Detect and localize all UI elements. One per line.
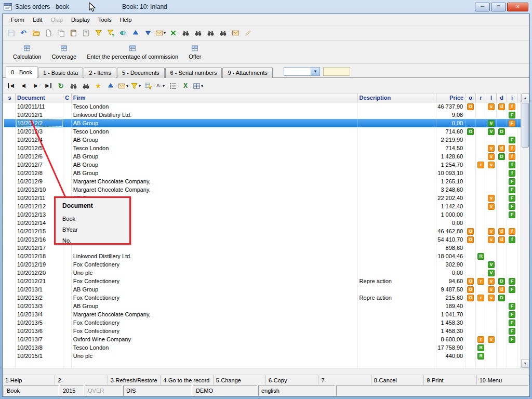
table-row[interactable]: 10/2015/1Uno plc440,00R bbox=[4, 352, 521, 360]
col-header-firm[interactable]: Firm bbox=[72, 94, 358, 102]
table-row[interactable]: 10/2012/20Uno plc0,00V bbox=[4, 269, 521, 277]
col-header-description[interactable]: Description bbox=[358, 94, 437, 102]
col-header-r[interactable]: r bbox=[476, 94, 486, 102]
table-row[interactable]: 10/2013/8Tesco London17 758,90R bbox=[4, 343, 521, 352]
col-header-l[interactable]: l bbox=[486, 94, 497, 102]
quick-search-field[interactable] bbox=[323, 67, 350, 76]
notes-button[interactable] bbox=[80, 28, 91, 38]
table-row[interactable]: 10/2012/5Tesco London714,50vdf bbox=[4, 144, 521, 152]
export-button[interactable] bbox=[167, 28, 179, 38]
last-record-button[interactable]: ▶ bbox=[43, 81, 54, 91]
columns-menu-button[interactable]: ▾ bbox=[192, 81, 204, 91]
tab-attachments[interactable]: 9 - Attachments bbox=[222, 68, 272, 78]
table-row[interactable]: 10/2012/18Linkwood Distillery Ltd.18 004… bbox=[4, 252, 521, 260]
copy-button[interactable] bbox=[55, 28, 66, 38]
record-combobox[interactable]: ▼ bbox=[284, 67, 320, 76]
table-row[interactable]: 10/2013/2Fox ConfectioneryRepre action21… bbox=[4, 294, 521, 302]
title-bar[interactable]: Sales orders - book Book: 10: Inland ─ □… bbox=[2, 0, 530, 14]
menu-display[interactable]: Display bbox=[67, 16, 94, 24]
undo-button[interactable]: ↶ bbox=[18, 28, 29, 38]
col-header-o[interactable]: o bbox=[466, 94, 476, 102]
table-row[interactable]: 10/2012/10Margaret Chocolate Company,3 2… bbox=[4, 185, 521, 194]
fn-key-6[interactable]: 6-Copy bbox=[266, 375, 318, 385]
maximize-button[interactable]: □ bbox=[491, 3, 506, 11]
new-document-button[interactable] bbox=[43, 28, 54, 38]
mail-menu-button[interactable]: ▾ bbox=[155, 28, 166, 38]
filter-menu-dropdown-caret[interactable]: ▾ bbox=[139, 84, 141, 88]
fn-key-4[interactable]: 4-Go to the record bbox=[161, 375, 213, 385]
find-related-button[interactable] bbox=[192, 28, 204, 38]
vertical-scrollbar[interactable]: ▲ ▼ bbox=[521, 94, 529, 368]
col-header-c[interactable]: C bbox=[63, 94, 72, 102]
excel-export-button[interactable]: X bbox=[180, 81, 191, 91]
tab-basic-data[interactable]: 1 - Basic data bbox=[38, 68, 83, 78]
move-down-button[interactable] bbox=[142, 28, 154, 38]
find-special-button[interactable] bbox=[217, 28, 229, 38]
filter-button[interactable] bbox=[92, 28, 104, 38]
scroll-up-icon[interactable]: ▲ bbox=[521, 94, 529, 102]
table-row[interactable]: 10/2012/19Fox Confectionery302,90V bbox=[4, 260, 521, 269]
refresh-button[interactable]: ↻ bbox=[55, 81, 66, 91]
next-record-button[interactable]: ▶ bbox=[30, 81, 42, 91]
menu-tools[interactable]: Tools bbox=[94, 16, 116, 24]
coverage-button[interactable]: Coverage bbox=[48, 44, 79, 61]
find-save-button[interactable] bbox=[80, 81, 91, 91]
chevron-down-icon[interactable]: ▼ bbox=[311, 68, 320, 75]
table-row[interactable]: 10/2012/9Margaret Chocolate Company,1 26… bbox=[4, 177, 521, 185]
filter-add-button[interactable] bbox=[105, 28, 116, 38]
table-row[interactable]: 10/2012/7AB Group1 254,70rvf bbox=[4, 161, 521, 169]
find-button[interactable] bbox=[68, 81, 79, 91]
tab-book[interactable]: 0 - Book bbox=[6, 66, 37, 78]
columns-menu-dropdown-caret[interactable]: ▾ bbox=[201, 84, 203, 88]
sort-menu-dropdown-caret[interactable]: ▾ bbox=[163, 84, 165, 88]
menu-form[interactable]: Form bbox=[7, 16, 29, 24]
tags-button[interactable] bbox=[117, 28, 129, 38]
filter-grid-button[interactable] bbox=[142, 81, 154, 91]
bookmark-button[interactable]: ★ bbox=[92, 81, 104, 91]
first-record-button[interactable]: ◀ bbox=[5, 81, 17, 91]
fn-key-9[interactable]: 9-Print bbox=[424, 375, 476, 385]
fn-key-5[interactable]: 5-Change bbox=[214, 375, 266, 385]
table-row[interactable]: 10/2012/3Tesco London714,60OVD bbox=[4, 127, 521, 136]
table-row[interactable]: 10/2012/8AB Group10 093,10f bbox=[4, 169, 521, 177]
open-folder-button[interactable] bbox=[30, 28, 42, 38]
tab-serial-numbers[interactable]: 6 - Serial numbers bbox=[165, 68, 222, 78]
col-header-document[interactable]: Document bbox=[16, 94, 63, 102]
scrollbar-thumb[interactable] bbox=[522, 103, 529, 148]
table-row[interactable]: 10/2013/6Fox Confectionery1 458,30F bbox=[4, 327, 521, 335]
table-row[interactable]: 10/2013/3AB Group189,40F bbox=[4, 302, 521, 310]
minimize-button[interactable]: ─ bbox=[475, 3, 490, 11]
table-row[interactable]: 10/2012/21Fox ConfectioneryRepre action9… bbox=[4, 277, 521, 285]
offer-button[interactable]: Offer bbox=[185, 44, 204, 61]
table-row[interactable]: 10/2012/1Linkwood Distillery Ltd.9,08F bbox=[4, 111, 521, 119]
table-row[interactable]: 10/2013/1AB Group9 487,50OvdF bbox=[4, 285, 521, 294]
filter-menu-button[interactable]: ▾ bbox=[130, 81, 141, 91]
fn-key-8[interactable]: 8-Cancel bbox=[371, 375, 424, 385]
move-up-button[interactable] bbox=[130, 28, 141, 38]
table-row[interactable]: 10/2013/7Oxford Wine Company8 600,00rvF bbox=[4, 335, 521, 343]
send-mail-button[interactable] bbox=[230, 28, 241, 38]
mail-menu-dropdown-caret[interactable]: ▾ bbox=[126, 84, 128, 88]
table-row[interactable]: 10/2012/2AB Group0,00VF bbox=[4, 119, 521, 127]
row-list-button[interactable] bbox=[167, 81, 179, 91]
col-header-d[interactable]: d bbox=[497, 94, 507, 102]
fn-key-7[interactable]: 7- bbox=[318, 375, 371, 385]
paste-button[interactable] bbox=[68, 28, 79, 38]
fn-key-10[interactable]: 10-Menu bbox=[477, 375, 529, 385]
prev-record-button[interactable]: ◀ bbox=[18, 81, 29, 91]
table-row[interactable]: 10/2013/4Margaret Chocolate Company,1 04… bbox=[4, 310, 521, 318]
col-header-i[interactable]: i bbox=[507, 94, 517, 102]
scroll-down-icon[interactable]: ▼ bbox=[521, 359, 529, 368]
find-next-button[interactable] bbox=[205, 28, 216, 38]
find-button[interactable] bbox=[180, 28, 191, 38]
col-header-price[interactable]: Price bbox=[436, 94, 466, 102]
commission-button[interactable]: Enter the percentage of commission bbox=[84, 44, 181, 61]
close-button[interactable]: × bbox=[507, 3, 528, 11]
sort-menu-button[interactable]: A↓▾ bbox=[155, 81, 166, 91]
tab-documents[interactable]: 5 - Documents bbox=[117, 68, 165, 78]
col-header-s[interactable]: s bbox=[4, 94, 16, 102]
table-row[interactable]: 10/2012/6AB Group1 428,60vDf bbox=[4, 152, 521, 161]
send-up-button[interactable] bbox=[105, 81, 116, 91]
mail-menu-dropdown-caret[interactable]: ▾ bbox=[164, 31, 166, 35]
fn-key-3[interactable]: 3-Refresh/Restore bbox=[108, 375, 161, 385]
